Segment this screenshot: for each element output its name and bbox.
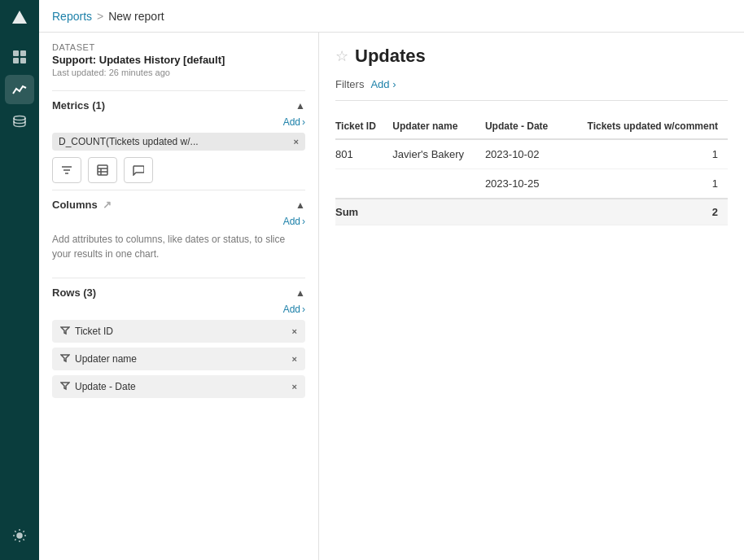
filter-icon-ticket (60, 326, 70, 337)
dataset-name: Support: Updates History [default] (52, 54, 305, 66)
svg-rect-8 (98, 165, 107, 175)
rows-collapse-button[interactable]: ▲ (295, 287, 305, 299)
cell-ticket-id-2 (335, 169, 392, 199)
columns-actions: Add › (52, 216, 305, 227)
table-header-row: Ticket ID Updater name Update - Date Tic… (335, 114, 728, 139)
breadcrumb-reports-link[interactable]: Reports (52, 10, 92, 23)
metrics-actions: Add › (52, 116, 305, 128)
cell-count-2: 1 (568, 169, 728, 199)
table-row: 801 Javier's Bakery 2023-10-02 1 (335, 139, 728, 169)
svg-rect-4 (20, 58, 26, 63)
breadcrumb-bar: Reports > New report (39, 0, 744, 33)
report-title-row: ☆ Updates (335, 46, 728, 67)
columns-section-header: Columns ↗ ▲ (52, 190, 305, 216)
sum-empty-2 (485, 199, 568, 225)
sidebar-item-database[interactable] (5, 107, 34, 137)
cell-update-date-2: 2023-10-25 (485, 169, 568, 199)
chart-table-button[interactable] (88, 157, 117, 183)
dataset-label: Dataset (52, 42, 305, 52)
col-update-date: Update - Date (485, 114, 568, 139)
svg-rect-1 (13, 50, 19, 56)
main-content: Reports > New report Dataset Support: Up… (39, 0, 744, 560)
metrics-add-button[interactable]: Add › (283, 116, 305, 128)
row-chip-updater-close[interactable]: × (292, 354, 297, 364)
cell-updater-name-1: Javier's Bakery (392, 139, 485, 169)
row-chip-date-close[interactable]: × (292, 382, 297, 392)
rows-actions: Add › (52, 304, 305, 315)
col-updater-name: Updater name (392, 114, 485, 139)
col-ticket-id: Ticket ID (335, 114, 392, 139)
row-chip-ticket-close[interactable]: × (292, 326, 297, 336)
row-chip-ticket-label: Ticket ID (75, 326, 287, 337)
svg-rect-3 (13, 58, 19, 63)
svg-marker-0 (12, 11, 27, 24)
table-sum-row: Sum 2 (335, 199, 728, 225)
cell-update-date-1: 2023-10-02 (485, 139, 568, 169)
data-table: Ticket ID Updater name Update - Date Tic… (335, 114, 728, 225)
metrics-section-header: Metrics (1) ▲ (52, 90, 305, 116)
filters-row: Filters Add › (335, 78, 728, 101)
columns-add-button[interactable]: Add › (283, 216, 305, 227)
dataset-updated: Last updated: 26 minutes ago (52, 68, 305, 77)
dataset-section: Dataset Support: Updates History [defaul… (52, 42, 305, 77)
filters-label: Filters (335, 78, 364, 90)
filter-icon-updater (60, 353, 70, 365)
col-tickets-updated: Tickets updated w/comment (568, 114, 728, 139)
row-chip-ticket-id: Ticket ID × (52, 320, 305, 343)
sidebar (0, 0, 39, 560)
cell-ticket-id-1: 801 (335, 139, 392, 169)
sidebar-item-reports[interactable] (5, 75, 34, 104)
rows-section-header: Rows (3) ▲ (52, 278, 305, 304)
favorite-star-icon[interactable]: ☆ (335, 47, 348, 65)
svg-point-5 (14, 116, 25, 120)
metrics-chip-text: D_COUNT(Tickets updated w/... (59, 136, 289, 147)
row-chip-updater-name: Updater name × (52, 348, 305, 370)
sidebar-item-grid[interactable] (5, 42, 34, 72)
table-row: 2023-10-25 1 (335, 169, 728, 199)
report-title: Updates (355, 46, 426, 67)
left-panel: Dataset Support: Updates History [defaul… (39, 33, 319, 560)
app-logo[interactable] (8, 7, 31, 29)
cell-updater-name-2 (392, 169, 485, 199)
row-chip-updater-label: Updater name (75, 353, 287, 365)
chart-comment-button[interactable] (124, 157, 153, 183)
breadcrumb-current: New report (108, 10, 164, 23)
right-panel: ☆ Updates Filters Add › Ticket ID Update… (319, 33, 744, 560)
cell-count-1: 1 (568, 139, 728, 169)
metrics-collapse-button[interactable]: ▲ (295, 100, 305, 112)
metrics-chip: D_COUNT(Tickets updated w/... × (52, 133, 305, 151)
breadcrumb-separator: > (97, 10, 103, 23)
chart-filter-button[interactable] (52, 157, 81, 183)
svg-rect-2 (20, 50, 26, 56)
row-chip-date-label: Update - Date (75, 381, 287, 392)
filters-add-button[interactable]: Add › (370, 78, 396, 90)
columns-collapse-button[interactable]: ▲ (295, 199, 305, 211)
sum-empty-1 (392, 199, 485, 225)
metrics-title: Metrics (1) (52, 99, 105, 112)
sum-label: Sum (335, 199, 392, 225)
filter-icon-date (60, 381, 70, 392)
row-chip-update-date: Update - Date × (52, 375, 305, 398)
rows-add-button[interactable]: Add › (283, 304, 305, 315)
metrics-chip-close[interactable]: × (294, 137, 299, 147)
rows-title: Rows (3) (52, 287, 96, 299)
content-area: Dataset Support: Updates History [defaul… (39, 33, 744, 560)
columns-hint: Add attributes to columns, like dates or… (52, 232, 305, 261)
sidebar-item-settings[interactable] (5, 521, 34, 550)
columns-title: Columns ↗ (52, 199, 112, 211)
sum-value: 2 (568, 199, 728, 225)
chart-type-icons (52, 157, 305, 183)
